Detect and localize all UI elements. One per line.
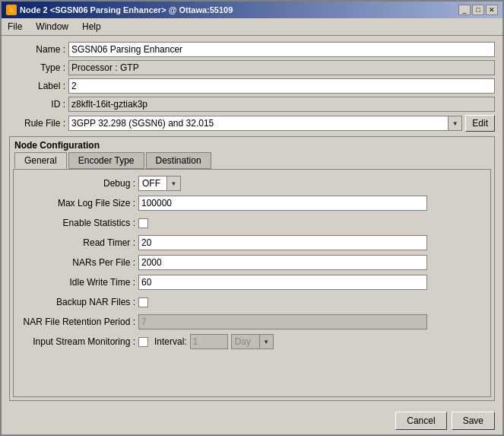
- day-value: Day: [232, 336, 259, 347]
- maximize-button[interactable]: □: [472, 5, 484, 15]
- tabs: General Encoder Type Destination: [10, 152, 494, 169]
- label-input[interactable]: [68, 78, 495, 94]
- idle-write-control: [138, 275, 427, 290]
- menu-help[interactable]: Help: [79, 20, 104, 33]
- id-label: ID :: [9, 99, 65, 110]
- tab-content-general: Debug : OFF ▼ Max Log File Size :: [13, 169, 491, 397]
- chevron-down-icon: ▼: [452, 120, 458, 127]
- cancel-button[interactable]: Cancel: [395, 412, 446, 430]
- enable-stats-checkbox[interactable]: [138, 218, 148, 228]
- nar-retention-input[interactable]: [138, 314, 427, 329]
- label-label: Label :: [9, 81, 65, 91]
- nar-retention-control: [138, 314, 427, 329]
- max-log-label: Max Log File Size :: [21, 198, 135, 208]
- idle-write-input[interactable]: [138, 275, 427, 290]
- menu-bar: File Window Help: [2, 18, 502, 36]
- rule-file-value: 3GPP 32.298 (SGSN6) and 32.015: [69, 118, 448, 129]
- nars-per-file-row: NARs Per File :: [21, 255, 483, 270]
- enable-stats-row: Enable Statistics :: [21, 215, 483, 231]
- read-timer-control: [138, 235, 427, 250]
- rule-file-dropdown-btn[interactable]: ▼: [448, 116, 461, 130]
- window-title: Node 2 <SGSN06 Parsing Enhancer> @ Ottaw…: [20, 5, 233, 14]
- debug-row: Debug : OFF ▼: [21, 176, 483, 191]
- id-row: ID :: [9, 97, 495, 112]
- main-window: G Node 2 <SGSN06 Parsing Enhancer> @ Ott…: [0, 0, 504, 436]
- backup-nar-checkbox[interactable]: [138, 298, 148, 307]
- backup-nar-row: Backup NAR Files :: [21, 294, 483, 310]
- tab-general[interactable]: General: [14, 152, 67, 169]
- debug-value: OFF: [139, 178, 166, 189]
- rule-file-label: Rule File :: [9, 118, 65, 129]
- window-icon: G: [6, 5, 17, 15]
- rule-file-select[interactable]: 3GPP 32.298 (SGSN6) and 32.015 ▼: [68, 116, 462, 131]
- max-log-input[interactable]: [138, 196, 427, 211]
- main-content: Name : Type : document.querySelectorAll(…: [2, 36, 502, 407]
- title-bar-left: G Node 2 <SGSN06 Parsing Enhancer> @ Ott…: [6, 5, 233, 15]
- label-row: Label :: [9, 78, 495, 94]
- backup-nar-control: [138, 298, 148, 307]
- day-dropdown-btn[interactable]: ▼: [259, 335, 273, 348]
- nars-per-file-control: [138, 255, 427, 270]
- minimize-button[interactable]: _: [458, 5, 471, 15]
- type-input: [68, 60, 495, 75]
- edit-button[interactable]: Edit: [465, 115, 495, 132]
- input-stream-control: Interval: Day ▼: [138, 334, 274, 349]
- input-stream-label: Input Stream Monitoring :: [21, 336, 135, 347]
- rule-file-row: Rule File : 3GPP 32.298 (SGSN6) and 32.0…: [9, 115, 495, 132]
- debug-control: OFF ▼: [138, 176, 181, 191]
- title-bar: G Node 2 <SGSN06 Parsing Enhancer> @ Ott…: [2, 2, 502, 18]
- interval-label: Interval:: [154, 336, 187, 347]
- nar-retention-label: NAR File Retention Period :: [21, 317, 135, 327]
- read-timer-input[interactable]: [138, 235, 427, 250]
- type-label: Type :: [9, 62, 65, 73]
- input-stream-checkbox[interactable]: [138, 337, 148, 347]
- menu-window[interactable]: Window: [33, 20, 71, 33]
- nars-per-file-input[interactable]: [138, 255, 427, 270]
- interval-input[interactable]: [190, 334, 228, 349]
- debug-select[interactable]: OFF ▼: [138, 176, 181, 191]
- idle-write-label: Idle Write Time :: [21, 277, 135, 288]
- read-timer-row: Read Timer :: [21, 235, 483, 250]
- section-title: Node Configuration: [10, 137, 494, 152]
- tab-destination[interactable]: Destination: [146, 152, 211, 169]
- type-row: Type : document.querySelectorAll('[data-…: [9, 60, 495, 75]
- enable-stats-control: [138, 218, 148, 228]
- name-input[interactable]: [68, 42, 495, 57]
- enable-stats-label: Enable Statistics :: [21, 218, 135, 228]
- chevron-down-icon: ▼: [263, 339, 269, 345]
- nars-per-file-label: NARs Per File :: [21, 257, 135, 268]
- idle-write-row: Idle Write Time :: [21, 275, 483, 290]
- day-select[interactable]: Day ▼: [231, 334, 274, 349]
- node-config-section: Node Configuration General Encoder Type …: [9, 136, 495, 401]
- max-log-control: [138, 196, 427, 211]
- tab-encoder-type[interactable]: Encoder Type: [68, 152, 144, 169]
- debug-dropdown-btn[interactable]: ▼: [166, 177, 180, 190]
- backup-nar-label: Backup NAR Files :: [21, 297, 135, 307]
- bottom-bar: Cancel Save: [2, 407, 502, 434]
- nar-retention-row: NAR File Retention Period :: [21, 314, 483, 329]
- save-button[interactable]: Save: [452, 412, 495, 430]
- name-label: Name :: [9, 44, 65, 55]
- close-button[interactable]: ✕: [486, 5, 498, 15]
- id-input: [68, 97, 495, 112]
- menu-file[interactable]: File: [5, 20, 25, 33]
- read-timer-label: Read Timer :: [21, 237, 135, 248]
- window-controls: _ □ ✕: [458, 5, 498, 15]
- chevron-down-icon: ▼: [171, 180, 177, 187]
- max-log-row: Max Log File Size :: [21, 196, 483, 211]
- name-row: Name :: [9, 42, 495, 57]
- input-stream-row: Input Stream Monitoring : Interval: Day …: [21, 334, 483, 349]
- debug-label: Debug :: [21, 178, 135, 189]
